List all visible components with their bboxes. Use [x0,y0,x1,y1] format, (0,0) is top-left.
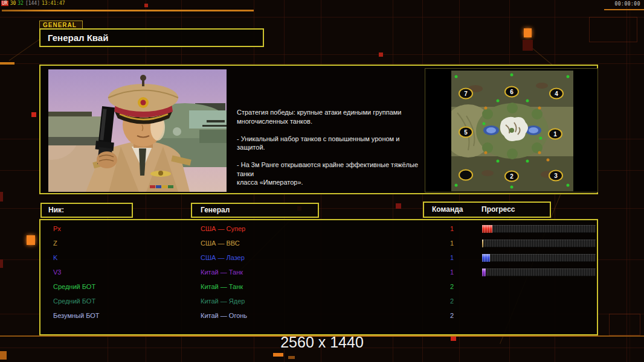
table-row: K США — Лазер 1 [40,250,597,265]
table-row: Средний БОТ Китай — Танк 2 [40,279,597,294]
player-nick: Средний БОТ [53,279,95,294]
player-nick: Средний БОТ [53,294,95,308]
player-nick: Безумный БОТ [53,308,100,323]
player-team: 2 [445,294,459,308]
player-general: Китай — Ядер [201,294,245,308]
player-general: США — ВВС [201,236,240,250]
player-rows: Px США — Супер 1 Z США — ВВС 1 K США — Л… [40,221,597,323]
header-team-progress: Команда Прогресс [423,202,551,218]
table-row: Средний БОТ Китай — Ядер 2 [40,294,597,308]
player-team: 2 [445,279,459,294]
header-nick: Ник: [40,203,133,218]
resolution-label: 2560 x 1440 [0,334,644,351]
start-position-marker: 1 [548,129,562,140]
player-general: Китай — Танк [201,279,243,294]
debug-status: UR3032[144]13:41:47 [1,1,67,6]
player-progress-bar [482,240,596,247]
player-team: 1 [445,250,459,265]
table-row: Z США — ВВС 1 [40,236,597,250]
start-position-marker: 5 [459,127,473,138]
strategy-text: Стратегия победы: крупные атаки едиными … [237,108,429,187]
player-general: Китай — Танк [201,265,243,279]
table-row: Безумный БОТ Китай — Огонь 2 [40,308,597,323]
general-tab-label: GENERAL [39,21,83,29]
portrait-art [48,69,227,192]
player-general: Китай — Огонь [201,308,247,323]
start-position-marker: 4 [549,88,564,100]
table-row: Px США — Супер 1 [40,221,597,236]
start-position-marker: 7 [459,88,473,100]
header-team: Команда [432,203,463,217]
player-nick: Px [53,221,61,236]
minimap-spots: 7645123 [451,71,573,191]
player-nick: Z [53,236,57,250]
header-progress: Прогресс [481,203,515,217]
start-position-marker: 2 [504,171,519,182]
minimap: 7645123 [451,71,573,191]
minimap-panel: 7645123 [425,68,598,192]
general-info-panel: Стратегия победы: крупные атаки едиными … [39,65,598,194]
start-position-marker: 3 [549,170,563,182]
player-team: 1 [445,236,459,250]
start-position-marker [459,170,473,181]
player-team: 1 [445,265,459,279]
player-team: 2 [445,308,459,323]
player-nick: K [53,250,57,265]
accent-square [524,28,532,37]
start-position-marker: 6 [504,86,519,98]
page-title: Генерал Квай [39,28,264,47]
player-nick: V3 [53,265,61,279]
player-progress-bar [482,225,596,233]
general-portrait [48,69,227,192]
player-general: США — Лазер [201,250,245,265]
player-progress-bar [482,268,596,276]
players-panel: Px США — Супер 1 Z США — ВВС 1 K США — Л… [39,219,598,335]
accent-square [27,235,35,245]
table-row: V3 Китай — Танк 1 [40,265,597,279]
header-general: Генерал [191,203,319,218]
player-general: США — Супер [201,221,245,236]
top-orange-line [2,10,254,11]
player-team: 1 [445,221,459,236]
player-progress-bar [482,254,596,262]
game-timer: 00:00:00 [614,1,640,7]
